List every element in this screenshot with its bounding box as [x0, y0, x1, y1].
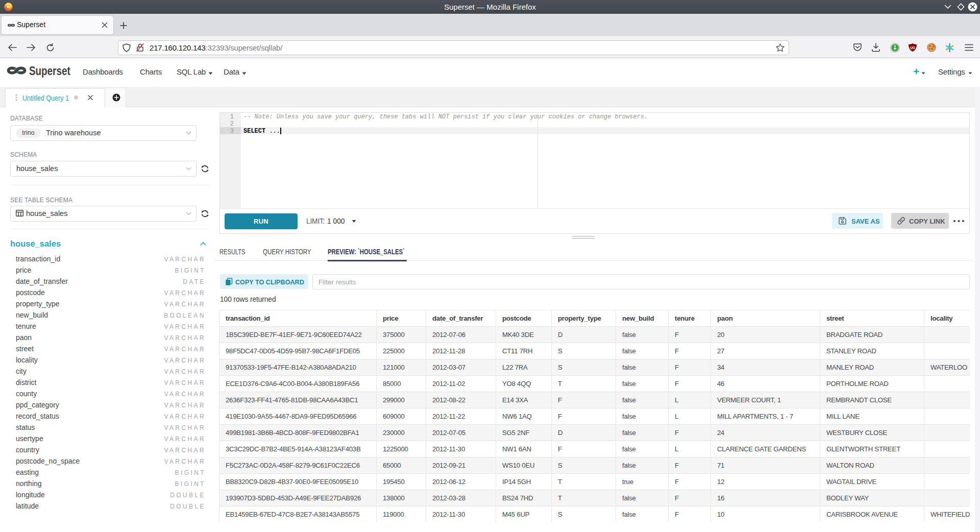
svg-text:UO: UO: [910, 46, 915, 50]
